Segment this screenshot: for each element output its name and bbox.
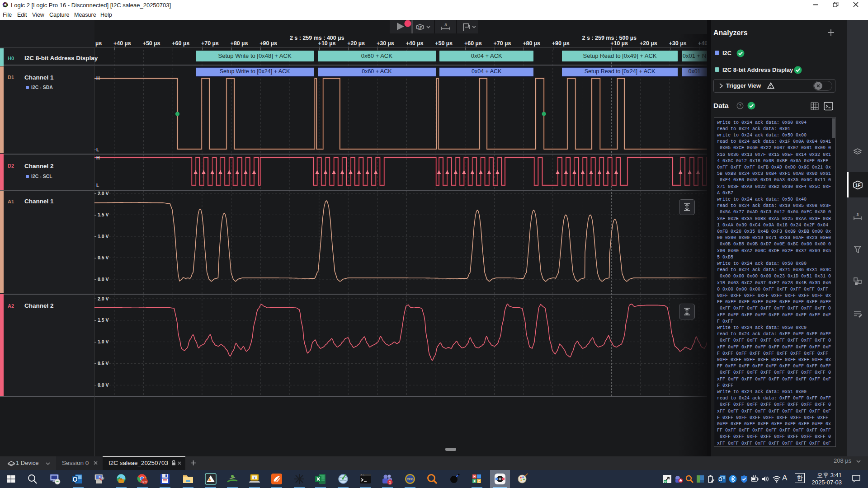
svg-text:1F: 1F bbox=[855, 183, 861, 188]
svg-text:H: H bbox=[473, 475, 476, 478]
svg-text:T: T bbox=[254, 476, 256, 480]
svg-text:3: 3 bbox=[856, 212, 859, 217]
svg-text:1: 1 bbox=[389, 480, 391, 484]
svg-text:CFG: CFG bbox=[407, 478, 414, 481]
svg-text:C: C bbox=[478, 480, 480, 483]
svg-text:Bug: Bug bbox=[99, 476, 104, 479]
svg-text:?: ? bbox=[739, 103, 741, 108]
svg-text:C:\: C:\ bbox=[361, 474, 364, 477]
svg-text:F: F bbox=[474, 480, 476, 483]
svg-text:승혁: 승혁 bbox=[142, 480, 147, 483]
